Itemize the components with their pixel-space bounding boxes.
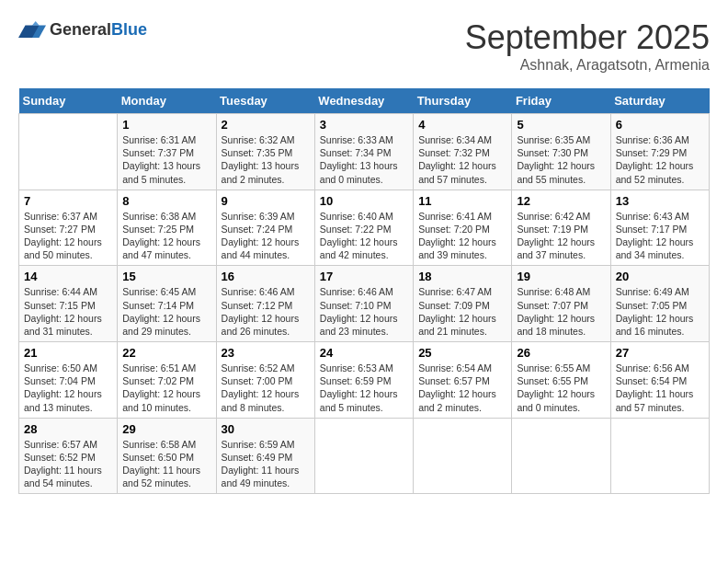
calendar-cell: 24Sunrise: 6:53 AM Sunset: 6:59 PM Dayli… [314, 342, 413, 419]
day-number: 4 [418, 118, 506, 132]
calendar-cell: 23Sunrise: 6:52 AM Sunset: 7:00 PM Dayli… [216, 342, 314, 419]
calendar-cell: 27Sunrise: 6:56 AM Sunset: 6:54 PM Dayli… [610, 342, 709, 419]
cell-content: Sunrise: 6:42 AM Sunset: 7:19 PM Dayligh… [517, 210, 605, 262]
calendar-cell: 30Sunrise: 6:59 AM Sunset: 6:49 PM Dayli… [216, 418, 314, 494]
calendar-week-row: 7Sunrise: 6:37 AM Sunset: 7:27 PM Daylig… [19, 190, 710, 266]
calendar-cell: 19Sunrise: 6:48 AM Sunset: 7:07 PM Dayli… [512, 266, 610, 342]
calendar-cell: 22Sunrise: 6:51 AM Sunset: 7:02 PM Dayli… [118, 342, 216, 419]
calendar-week-row: 28Sunrise: 6:57 AM Sunset: 6:52 PM Dayli… [19, 418, 710, 494]
calendar-cell: 25Sunrise: 6:54 AM Sunset: 6:57 PM Dayli… [414, 342, 512, 419]
day-number: 25 [418, 346, 506, 360]
day-number: 8 [122, 194, 210, 208]
cell-content: Sunrise: 6:50 AM Sunset: 7:04 PM Dayligh… [24, 362, 112, 414]
logo-general-text: General [50, 20, 111, 39]
cell-content: Sunrise: 6:54 AM Sunset: 6:57 PM Dayligh… [418, 362, 506, 414]
day-number: 22 [122, 346, 210, 360]
day-number: 10 [320, 194, 408, 208]
day-number: 23 [222, 346, 310, 360]
day-number: 20 [616, 270, 704, 283]
day-number: 14 [24, 270, 112, 283]
day-number: 19 [517, 270, 605, 283]
cell-content: Sunrise: 6:57 AM Sunset: 6:52 PM Dayligh… [24, 438, 112, 490]
calendar-cell: 17Sunrise: 6:46 AM Sunset: 7:10 PM Dayli… [314, 266, 413, 342]
day-number: 13 [616, 194, 704, 208]
cell-content: Sunrise: 6:37 AM Sunset: 7:27 PM Dayligh… [24, 210, 112, 262]
calendar-week-row: 14Sunrise: 6:44 AM Sunset: 7:15 PM Dayli… [19, 266, 710, 342]
cell-content: Sunrise: 6:56 AM Sunset: 6:54 PM Dayligh… [616, 362, 704, 414]
day-number: 7 [24, 194, 112, 208]
day-number: 24 [320, 346, 408, 360]
cell-content: Sunrise: 6:43 AM Sunset: 7:17 PM Dayligh… [616, 210, 704, 262]
calendar-cell: 4Sunrise: 6:34 AM Sunset: 7:32 PM Daylig… [414, 114, 512, 190]
cell-content: Sunrise: 6:48 AM Sunset: 7:07 PM Dayligh… [517, 285, 605, 338]
calendar-cell: 10Sunrise: 6:40 AM Sunset: 7:22 PM Dayli… [314, 190, 413, 266]
cell-content: Sunrise: 6:51 AM Sunset: 7:02 PM Dayligh… [122, 362, 210, 414]
calendar-cell: 16Sunrise: 6:46 AM Sunset: 7:12 PM Dayli… [216, 266, 314, 342]
calendar-cell: 12Sunrise: 6:42 AM Sunset: 7:19 PM Dayli… [512, 190, 610, 266]
calendar-cell: 18Sunrise: 6:47 AM Sunset: 7:09 PM Dayli… [414, 266, 512, 342]
calendar-cell: 14Sunrise: 6:44 AM Sunset: 7:15 PM Dayli… [19, 266, 118, 342]
calendar-cell: 29Sunrise: 6:58 AM Sunset: 6:50 PM Dayli… [118, 418, 216, 494]
cell-content: Sunrise: 6:52 AM Sunset: 7:00 PM Dayligh… [222, 362, 310, 414]
calendar-cell: 26Sunrise: 6:55 AM Sunset: 6:55 PM Dayli… [512, 342, 610, 419]
cell-content: Sunrise: 6:44 AM Sunset: 7:15 PM Dayligh… [24, 285, 112, 338]
calendar-cell [314, 418, 413, 494]
day-number: 28 [24, 422, 112, 436]
day-number: 11 [418, 194, 506, 208]
weekday-header-cell: Friday [512, 88, 610, 114]
calendar-cell: 20Sunrise: 6:49 AM Sunset: 7:05 PM Dayli… [610, 266, 709, 342]
day-number: 18 [418, 270, 506, 283]
day-number: 3 [320, 118, 408, 132]
calendar-cell [414, 418, 512, 494]
day-number: 16 [222, 270, 310, 283]
calendar-week-row: 1Sunrise: 6:31 AM Sunset: 7:37 PM Daylig… [19, 114, 710, 190]
day-number: 26 [517, 346, 605, 360]
cell-content: Sunrise: 6:36 AM Sunset: 7:29 PM Dayligh… [616, 133, 704, 186]
calendar-cell: 7Sunrise: 6:37 AM Sunset: 7:27 PM Daylig… [19, 190, 118, 266]
day-number: 30 [222, 422, 310, 436]
cell-content: Sunrise: 6:33 AM Sunset: 7:34 PM Dayligh… [320, 133, 408, 186]
weekday-header-cell: Monday [118, 88, 216, 114]
day-number: 17 [320, 270, 408, 283]
weekday-header-cell: Thursday [414, 88, 512, 114]
calendar-cell: 3Sunrise: 6:33 AM Sunset: 7:34 PM Daylig… [314, 114, 413, 190]
logo-icon [18, 18, 46, 40]
day-number: 27 [616, 346, 704, 360]
calendar-week-row: 21Sunrise: 6:50 AM Sunset: 7:04 PM Dayli… [19, 342, 710, 419]
cell-content: Sunrise: 6:49 AM Sunset: 7:05 PM Dayligh… [616, 285, 704, 338]
month-title: September 2025 [465, 18, 710, 57]
cell-content: Sunrise: 6:34 AM Sunset: 7:32 PM Dayligh… [418, 133, 506, 186]
calendar-cell: 11Sunrise: 6:41 AM Sunset: 7:20 PM Dayli… [414, 190, 512, 266]
calendar-cell: 6Sunrise: 6:36 AM Sunset: 7:29 PM Daylig… [610, 114, 709, 190]
cell-content: Sunrise: 6:35 AM Sunset: 7:30 PM Dayligh… [517, 133, 605, 186]
calendar-cell: 13Sunrise: 6:43 AM Sunset: 7:17 PM Dayli… [610, 190, 709, 266]
calendar-cell [512, 418, 610, 494]
page-header: GeneralBlue September 2025 Ashnak, Araga… [18, 18, 710, 74]
calendar-cell: 1Sunrise: 6:31 AM Sunset: 7:37 PM Daylig… [118, 114, 216, 190]
cell-content: Sunrise: 6:32 AM Sunset: 7:35 PM Dayligh… [222, 133, 310, 186]
day-number: 2 [222, 118, 310, 132]
title-block: September 2025 Ashnak, Aragatsotn, Armen… [465, 18, 710, 74]
logo-blue-text: Blue [111, 20, 147, 39]
calendar-body: 1Sunrise: 6:31 AM Sunset: 7:37 PM Daylig… [19, 114, 710, 494]
cell-content: Sunrise: 6:38 AM Sunset: 7:25 PM Dayligh… [122, 210, 210, 262]
weekday-header-cell: Tuesday [216, 88, 314, 114]
day-number: 5 [517, 118, 605, 132]
weekday-header-cell: Sunday [19, 88, 118, 114]
calendar-cell: 15Sunrise: 6:45 AM Sunset: 7:14 PM Dayli… [118, 266, 216, 342]
calendar-cell: 28Sunrise: 6:57 AM Sunset: 6:52 PM Dayli… [19, 418, 118, 494]
calendar-cell: 2Sunrise: 6:32 AM Sunset: 7:35 PM Daylig… [216, 114, 314, 190]
weekday-header-cell: Wednesday [314, 88, 413, 114]
cell-content: Sunrise: 6:41 AM Sunset: 7:20 PM Dayligh… [418, 210, 506, 262]
cell-content: Sunrise: 6:46 AM Sunset: 7:10 PM Dayligh… [320, 285, 408, 338]
calendar-cell: 8Sunrise: 6:38 AM Sunset: 7:25 PM Daylig… [118, 190, 216, 266]
calendar-cell: 5Sunrise: 6:35 AM Sunset: 7:30 PM Daylig… [512, 114, 610, 190]
calendar-cell [610, 418, 709, 494]
calendar-table: SundayMondayTuesdayWednesdayThursdayFrid… [18, 88, 710, 494]
calendar-cell: 21Sunrise: 6:50 AM Sunset: 7:04 PM Dayli… [19, 342, 118, 419]
calendar-cell [19, 114, 118, 190]
cell-content: Sunrise: 6:58 AM Sunset: 6:50 PM Dayligh… [122, 438, 210, 490]
cell-content: Sunrise: 6:46 AM Sunset: 7:12 PM Dayligh… [222, 285, 310, 338]
cell-content: Sunrise: 6:45 AM Sunset: 7:14 PM Dayligh… [122, 285, 210, 338]
cell-content: Sunrise: 6:39 AM Sunset: 7:24 PM Dayligh… [222, 210, 310, 262]
